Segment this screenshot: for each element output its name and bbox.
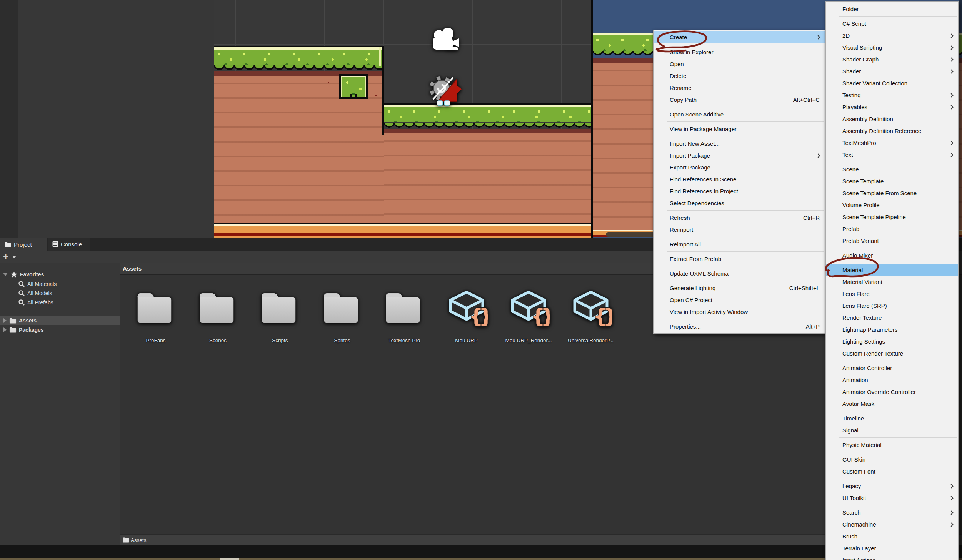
menu-item-view-in-package-manager[interactable]: View in Package Manager xyxy=(654,123,825,135)
menu-item-animator-controller[interactable]: Animator Controller xyxy=(826,362,958,374)
asset-item-scripts[interactable]: Scripts xyxy=(251,287,309,349)
menu-item-material[interactable]: Material xyxy=(826,264,958,276)
menu-item-testing[interactable]: Testing xyxy=(826,89,958,101)
menu-item-prefab[interactable]: Prefab xyxy=(826,223,958,235)
menu-item-update-uxml-schema[interactable]: Update UXML Schema xyxy=(654,268,825,279)
menu-item-legacy[interactable]: Legacy xyxy=(826,480,958,492)
menu-item-reimport[interactable]: Reimport xyxy=(654,224,825,236)
menu-item-animation[interactable]: Animation xyxy=(826,374,958,386)
menu-item-folder[interactable]: Folder xyxy=(826,3,958,15)
menu-item-select-dependencies[interactable]: Select Dependencies xyxy=(654,197,825,209)
tab-project[interactable]: Project xyxy=(0,238,47,251)
tree-item-all-materials[interactable]: All Materials xyxy=(0,279,120,289)
menu-separator xyxy=(826,477,958,480)
tree-item-all-models[interactable]: All Models xyxy=(0,289,120,298)
menu-item-volume-profile[interactable]: Volume Profile xyxy=(826,199,958,211)
menu-item-textmeshpro[interactable]: TextMeshPro xyxy=(826,137,958,149)
menu-item-physic-material[interactable]: Physic Material xyxy=(826,439,958,451)
menu-item-timeline[interactable]: Timeline xyxy=(826,412,958,424)
menu-item-audio-mixer[interactable]: Audio Mixer xyxy=(826,249,958,261)
menu-item-show-in-explorer[interactable]: Show in Explorer xyxy=(654,46,825,58)
menu-item-import-package[interactable]: Import Package xyxy=(654,150,825,161)
disclosure-triangle-icon[interactable] xyxy=(3,327,7,332)
asset-item-textmesh-pro[interactable]: TextMesh Pro xyxy=(375,287,433,349)
player-icon[interactable] xyxy=(427,74,462,106)
menu-item-properties[interactable]: Properties...Alt+P xyxy=(654,321,825,332)
menu-item-label: Scene Template Pipeline xyxy=(842,214,953,220)
menu-item-avatar-mask[interactable]: Avatar Mask xyxy=(826,398,958,410)
add-asset-button[interactable]: + xyxy=(3,251,8,262)
menu-item-open[interactable]: Open xyxy=(654,58,825,70)
asset-item-sprites[interactable]: Sprites xyxy=(313,287,371,349)
menu-item-ui-toolkit[interactable]: UI Toolkit xyxy=(826,492,958,504)
menu-item-lightmap-parameters[interactable]: Lightmap Parameters xyxy=(826,324,958,336)
scene-view[interactable] xyxy=(214,0,591,238)
disclosure-triangle-icon[interactable] xyxy=(3,273,8,276)
menu-item-export-package[interactable]: Export Package... xyxy=(654,161,825,173)
asset-item-meu-urp[interactable]: {}Meu URP xyxy=(438,287,495,349)
menu-item-gui-skin[interactable]: GUI Skin xyxy=(826,454,958,465)
menu-item-extract-from-prefab[interactable]: Extract From Prefab xyxy=(654,253,825,265)
menu-item-label: Open Scene Additive xyxy=(670,111,820,118)
menu-item-playables[interactable]: Playables xyxy=(826,101,958,113)
menu-item-animator-override-controller[interactable]: Animator Override Controller xyxy=(826,386,958,398)
menu-item-view-in-import-activity-window[interactable]: View in Import Activity Window xyxy=(654,306,825,318)
menu-item-shader[interactable]: Shader xyxy=(826,65,958,77)
menu-item-material-variant[interactable]: Material Variant xyxy=(826,276,958,288)
menu-item-create[interactable]: Create xyxy=(654,31,825,43)
menu-item-rename[interactable]: Rename xyxy=(654,82,825,94)
asset-item-scenes[interactable]: Scenes xyxy=(189,287,247,349)
menu-item-delete[interactable]: Delete xyxy=(654,70,825,82)
menu-item-lighting-settings[interactable]: Lighting Settings xyxy=(826,336,958,347)
menu-item-c-script[interactable]: C# Script xyxy=(826,18,958,30)
menu-item-find-references-in-project[interactable]: Find References In Project xyxy=(654,185,825,197)
menu-item-signal[interactable]: Signal xyxy=(826,424,958,436)
menu-item-custom-render-texture[interactable]: Custom Render Texture xyxy=(826,347,958,359)
menu-item-open-c-project[interactable]: Open C# Project xyxy=(654,294,825,306)
camera-icon[interactable] xyxy=(428,28,461,53)
menu-item-find-references-in-scene[interactable]: Find References In Scene xyxy=(654,173,825,185)
menu-item-lens-flare-srp[interactable]: Lens Flare (SRP) xyxy=(826,300,958,312)
menu-item-brush[interactable]: Brush xyxy=(826,530,958,542)
menu-item-scene-template[interactable]: Scene Template xyxy=(826,175,958,187)
menu-item-label: View in Package Manager xyxy=(670,126,820,132)
tab-console[interactable]: Console xyxy=(48,238,90,251)
asset-item-meu-urp-render[interactable]: {}Meu URP_Render... xyxy=(500,287,557,349)
menu-item-label: Assembly Definition Reference xyxy=(842,128,953,134)
menu-item-2d[interactable]: 2D xyxy=(826,30,958,42)
menu-item-visual-scripting[interactable]: Visual Scripting xyxy=(826,42,958,53)
menu-item-shader-graph[interactable]: Shader Graph xyxy=(826,53,958,65)
menu-item-shader-variant-collection[interactable]: Shader Variant Collection xyxy=(826,77,958,89)
menu-item-refresh[interactable]: RefreshCtrl+R xyxy=(654,212,825,224)
assets-header-label: Assets xyxy=(123,265,142,272)
tree-item-all-prefabs[interactable]: All Prefabs xyxy=(0,298,120,307)
asset-item-prefabs[interactable]: PreFabs xyxy=(127,287,185,349)
menu-item-scene-template-from-scene[interactable]: Scene Template From Scene xyxy=(826,187,958,199)
menu-item-custom-font[interactable]: Custom Font xyxy=(826,465,958,477)
disclosure-triangle-icon[interactable] xyxy=(3,318,7,323)
tree-item-assets[interactable]: Assets xyxy=(0,316,120,325)
chevron-down-icon[interactable] xyxy=(12,256,16,258)
tree-item-favorites[interactable]: Favorites xyxy=(0,270,120,279)
menu-item-render-texture[interactable]: Render Texture xyxy=(826,312,958,324)
menu-item-prefab-variant[interactable]: Prefab Variant xyxy=(826,235,958,247)
menu-item-open-scene-additive[interactable]: Open Scene Additive xyxy=(654,108,825,120)
menu-item-text[interactable]: Text xyxy=(826,149,958,161)
menu-item-scene[interactable]: Scene xyxy=(826,163,958,175)
asset-item-universalrenderp[interactable]: {}UniversalRenderP... xyxy=(562,287,620,349)
menu-item-generate-lighting[interactable]: Generate LightingCtrl+Shift+L xyxy=(654,282,825,294)
menu-item-assembly-definition-reference[interactable]: Assembly Definition Reference xyxy=(826,125,958,137)
menu-item-terrain-layer[interactable]: Terrain Layer xyxy=(826,542,958,554)
menu-item-copy-path[interactable]: Copy PathAlt+Ctrl+C xyxy=(654,94,825,106)
menu-item-input-actions[interactable]: Input Actions xyxy=(826,554,958,560)
menu-item-reimport-all[interactable]: Reimport All xyxy=(654,238,825,250)
menu-item-lens-flare[interactable]: Lens Flare xyxy=(826,288,958,300)
menu-item-assembly-definition[interactable]: Assembly Definition xyxy=(826,113,958,125)
menu-item-import-new-asset[interactable]: Import New Asset... xyxy=(654,138,825,150)
menu-item-search[interactable]: Search xyxy=(826,507,958,518)
menu-item-label: Avatar Mask xyxy=(842,400,953,407)
menu-separator xyxy=(654,106,825,108)
tree-item-packages[interactable]: Packages xyxy=(0,325,120,334)
menu-item-cinemachine[interactable]: Cinemachine xyxy=(826,518,958,530)
menu-item-scene-template-pipeline[interactable]: Scene Template Pipeline xyxy=(826,211,958,223)
